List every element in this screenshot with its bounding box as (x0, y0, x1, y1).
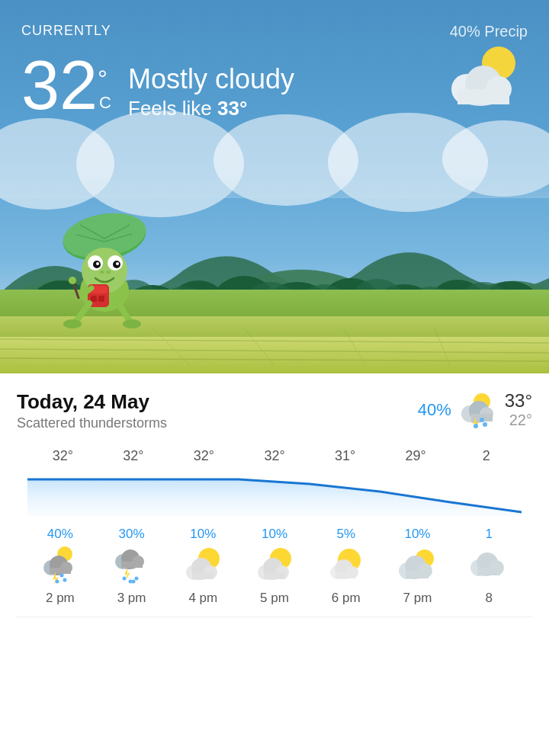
hourly-item-1: 30% 3 pm (96, 527, 168, 606)
svg-rect-74 (50, 568, 71, 574)
hourly-item-2: 10% 4 pm (167, 527, 239, 606)
temp-point-0: 32° (27, 448, 98, 470)
weather-top-bar: CURRENTLY 40% Precip (0, 0, 549, 48)
svg-point-85 (122, 577, 126, 581)
daily-date: Today, 24 May (17, 390, 167, 414)
svg-line-52 (76, 303, 89, 321)
daily-right: 40% 33° 22° (418, 390, 532, 429)
svg-rect-112 (406, 571, 429, 578)
temperature-value: 32 (21, 51, 98, 120)
svg-rect-106 (336, 572, 355, 578)
landscape-illustration (0, 160, 549, 373)
hourly-time-6: 8 (485, 591, 492, 606)
hourly-precip-1: 30% (119, 527, 145, 542)
hourly-time-4: 6 pm (332, 591, 361, 606)
svg-point-58 (69, 277, 76, 284)
hourly-time-5: 7 pm (403, 591, 432, 606)
hourly-precip-2: 10% (190, 527, 216, 542)
svg-point-68 (483, 422, 487, 427)
hourly-item-5: 10% 7 pm (382, 527, 454, 606)
svg-point-45 (116, 262, 119, 265)
daily-high: 33° (505, 390, 532, 412)
svg-rect-100 (264, 572, 285, 579)
hourly-item-0: 40% 2 pm (24, 527, 96, 606)
svg-rect-83 (121, 562, 143, 568)
hourly-time-3: 5 pm (260, 591, 289, 606)
svg-point-54 (63, 319, 82, 328)
hourly-item-6: 1 8 (453, 527, 525, 606)
daily-section: Today, 24 May Scattered thunderstorms 40… (0, 373, 549, 617)
svg-rect-50 (91, 296, 97, 302)
weather-header: CURRENTLY 40% Precip 32 ° C Mostly cloud… (0, 0, 549, 373)
condition-text: Mostly cloudy (128, 63, 294, 95)
temp-point-5: 29° (380, 448, 451, 470)
divider (17, 617, 532, 617)
hourly-precip-6: 1 (485, 527, 492, 542)
svg-point-88 (131, 580, 135, 584)
temp-point-2: 32° (169, 448, 239, 470)
daily-date-block: Today, 24 May Scattered thunderstorms (17, 390, 167, 431)
hourly-precip-4: 5% (336, 527, 355, 542)
hourly-item-3: 10% 5 pm (239, 527, 310, 606)
svg-point-76 (59, 574, 63, 578)
hourly-time-1: 3 pm (117, 591, 146, 606)
precip-label: 40% Precip (450, 23, 528, 40)
svg-point-78 (63, 578, 66, 582)
temp-point-1: 32° (98, 448, 169, 470)
daily-header: Today, 24 May Scattered thunderstorms 40… (17, 390, 532, 431)
temp-point-3: 32° (239, 448, 310, 470)
svg-point-44 (96, 262, 99, 265)
svg-line-25 (0, 349, 549, 353)
graph-line-container (27, 470, 522, 516)
svg-point-46 (100, 271, 104, 274)
svg-rect-51 (98, 296, 104, 302)
hourly-precip-5: 10% (404, 527, 430, 542)
temp-scale: C (99, 93, 111, 113)
svg-rect-5 (458, 89, 509, 104)
temp-row: 32° 32° 32° 32° 31° 29° 2 (17, 448, 532, 470)
currently-label: CURRENTLY (21, 23, 111, 39)
temp-graph-section: 32° 32° 32° 32° 31° 29° 2 (17, 434, 532, 606)
daily-low: 22° (509, 412, 532, 429)
temp-point-4: 31° (310, 448, 380, 470)
svg-line-24 (0, 339, 549, 343)
daily-precip-pct: 40% (418, 400, 451, 420)
hourly-time-0: 2 pm (46, 591, 75, 606)
svg-line-26 (0, 358, 549, 361)
daily-temps: 33° 22° (505, 390, 532, 429)
svg-point-55 (123, 319, 141, 328)
daily-weather-icon (459, 391, 497, 429)
current-weather-icon (444, 42, 528, 111)
temp-point-6: 2 (451, 448, 522, 470)
hourly-precip-0: 40% (47, 527, 73, 542)
svg-point-77 (55, 580, 59, 584)
hourly-precip-3: 10% (262, 527, 287, 542)
hourly-item-4: 5% 6 pm (310, 527, 382, 606)
svg-rect-117 (477, 568, 500, 575)
daily-condition: Scattered thunderstorms (17, 415, 167, 431)
hourly-time-2: 4 pm (188, 591, 217, 606)
svg-rect-94 (192, 572, 214, 579)
svg-point-67 (474, 424, 478, 428)
hourly-section: 40% 2 pm (17, 516, 532, 606)
svg-point-47 (106, 271, 111, 274)
temp-unit: ° (98, 65, 111, 93)
app-container: CURRENTLY 40% Precip 32 ° C Mostly cloud… (0, 0, 549, 617)
svg-line-53 (118, 303, 130, 321)
svg-point-66 (480, 418, 484, 422)
svg-point-87 (134, 577, 138, 581)
temperature-block: 32 ° C (21, 51, 111, 120)
